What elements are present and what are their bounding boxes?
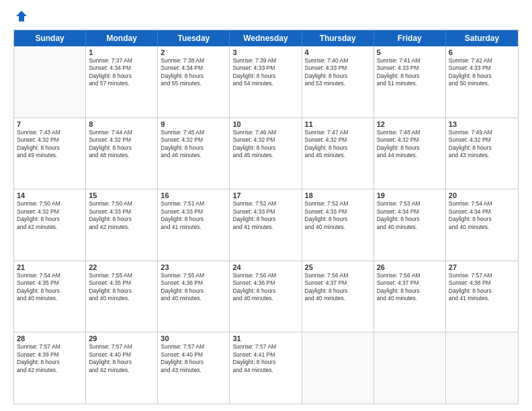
day-info: Sunrise: 7:55 AM Sunset: 4:35 PM Dayligh… — [89, 272, 154, 303]
day-number: 30 — [161, 334, 226, 342]
day-number: 6 — [449, 48, 515, 56]
calendar-cell — [302, 332, 374, 404]
calendar-row: 28Sunrise: 7:57 AM Sunset: 4:39 PM Dayli… — [14, 332, 518, 404]
day-number: 11 — [305, 120, 371, 128]
day-info: Sunrise: 7:57 AM Sunset: 4:41 PM Dayligh… — [232, 343, 298, 374]
header-day: Tuesday — [158, 30, 230, 46]
day-info: Sunrise: 7:40 AM Sunset: 4:33 PM Dayligh… — [305, 57, 371, 88]
day-number: 4 — [305, 48, 371, 56]
day-number: 7 — [17, 120, 83, 128]
day-info: Sunrise: 7:56 AM Sunset: 4:37 PM Dayligh… — [305, 272, 371, 303]
day-info: Sunrise: 7:56 AM Sunset: 4:37 PM Dayligh… — [377, 272, 443, 303]
calendar-cell: 15Sunrise: 7:50 AM Sunset: 4:33 PM Dayli… — [86, 189, 158, 261]
calendar-cell: 13Sunrise: 7:49 AM Sunset: 4:32 PM Dayli… — [446, 118, 518, 189]
calendar-cell: 28Sunrise: 7:57 AM Sunset: 4:39 PM Dayli… — [14, 332, 86, 404]
logo — [13, 11, 28, 24]
calendar-row: 14Sunrise: 7:50 AM Sunset: 4:32 PM Dayli… — [14, 189, 518, 261]
calendar-cell: 24Sunrise: 7:56 AM Sunset: 4:36 PM Dayli… — [230, 261, 302, 332]
day-info: Sunrise: 7:50 AM Sunset: 4:33 PM Dayligh… — [89, 200, 154, 231]
calendar-cell: 23Sunrise: 7:55 AM Sunset: 4:36 PM Dayli… — [158, 261, 230, 332]
calendar-cell: 17Sunrise: 7:52 AM Sunset: 4:33 PM Dayli… — [230, 189, 302, 261]
day-number: 28 — [17, 334, 83, 342]
calendar-cell: 8Sunrise: 7:44 AM Sunset: 4:32 PM Daylig… — [86, 118, 158, 189]
calendar-cell: 18Sunrise: 7:52 AM Sunset: 4:33 PM Dayli… — [302, 189, 374, 261]
calendar-row: 21Sunrise: 7:54 AM Sunset: 4:35 PM Dayli… — [14, 261, 518, 333]
day-info: Sunrise: 7:53 AM Sunset: 4:34 PM Dayligh… — [377, 200, 443, 231]
day-number: 27 — [449, 263, 515, 271]
day-info: Sunrise: 7:52 AM Sunset: 4:33 PM Dayligh… — [305, 200, 371, 231]
day-info: Sunrise: 7:57 AM Sunset: 4:38 PM Dayligh… — [449, 272, 515, 303]
day-number: 17 — [232, 191, 298, 199]
header-day: Saturday — [446, 30, 518, 46]
day-info: Sunrise: 7:54 AM Sunset: 4:35 PM Dayligh… — [17, 272, 83, 303]
day-info: Sunrise: 7:49 AM Sunset: 4:32 PM Dayligh… — [449, 129, 515, 160]
calendar-cell: 9Sunrise: 7:45 AM Sunset: 4:32 PM Daylig… — [158, 118, 230, 189]
day-number: 13 — [449, 120, 515, 128]
day-number: 18 — [305, 191, 371, 199]
page: SundayMondayTuesdayWednesdayThursdayFrid… — [0, 0, 532, 411]
calendar-cell: 29Sunrise: 7:57 AM Sunset: 4:40 PM Dayli… — [86, 332, 158, 404]
calendar-cell: 20Sunrise: 7:54 AM Sunset: 4:34 PM Dayli… — [446, 189, 518, 261]
day-info: Sunrise: 7:50 AM Sunset: 4:32 PM Dayligh… — [17, 200, 83, 231]
day-info: Sunrise: 7:55 AM Sunset: 4:36 PM Dayligh… — [161, 272, 226, 303]
day-number: 16 — [161, 191, 226, 199]
day-number: 22 — [89, 263, 154, 271]
day-number: 5 — [377, 48, 443, 56]
calendar-cell — [14, 46, 86, 118]
calendar-cell: 16Sunrise: 7:51 AM Sunset: 4:33 PM Dayli… — [158, 189, 230, 261]
day-number: 10 — [232, 120, 298, 128]
day-info: Sunrise: 7:42 AM Sunset: 4:33 PM Dayligh… — [449, 57, 515, 88]
header-day: Monday — [86, 30, 158, 46]
calendar-cell: 22Sunrise: 7:55 AM Sunset: 4:35 PM Dayli… — [86, 261, 158, 332]
day-info: Sunrise: 7:52 AM Sunset: 4:33 PM Dayligh… — [232, 200, 298, 231]
calendar: SundayMondayTuesdayWednesdayThursdayFrid… — [13, 30, 519, 404]
header-day: Friday — [374, 30, 446, 46]
day-info: Sunrise: 7:54 AM Sunset: 4:34 PM Dayligh… — [449, 200, 515, 231]
day-number: 15 — [89, 191, 154, 199]
calendar-cell: 11Sunrise: 7:47 AM Sunset: 4:32 PM Dayli… — [302, 118, 374, 189]
calendar-cell: 21Sunrise: 7:54 AM Sunset: 4:35 PM Dayli… — [14, 261, 86, 332]
calendar-header: SundayMondayTuesdayWednesdayThursdayFrid… — [14, 30, 518, 46]
svg-marker-0 — [16, 11, 27, 21]
calendar-cell: 4Sunrise: 7:40 AM Sunset: 4:33 PM Daylig… — [302, 46, 374, 118]
day-info: Sunrise: 7:57 AM Sunset: 4:40 PM Dayligh… — [161, 343, 226, 374]
calendar-row: 1Sunrise: 7:37 AM Sunset: 4:34 PM Daylig… — [14, 46, 518, 118]
day-info: Sunrise: 7:46 AM Sunset: 4:32 PM Dayligh… — [232, 129, 298, 160]
logo-icon — [15, 9, 28, 23]
day-info: Sunrise: 7:48 AM Sunset: 4:32 PM Dayligh… — [377, 129, 443, 160]
day-info: Sunrise: 7:57 AM Sunset: 4:39 PM Dayligh… — [17, 343, 83, 374]
day-info: Sunrise: 7:51 AM Sunset: 4:33 PM Dayligh… — [161, 200, 226, 231]
day-info: Sunrise: 7:47 AM Sunset: 4:32 PM Dayligh… — [305, 129, 371, 160]
day-number: 20 — [449, 191, 515, 199]
calendar-cell: 26Sunrise: 7:56 AM Sunset: 4:37 PM Dayli… — [374, 261, 446, 332]
day-number: 14 — [17, 191, 83, 199]
calendar-cell: 2Sunrise: 7:38 AM Sunset: 4:34 PM Daylig… — [158, 46, 230, 118]
calendar-cell: 5Sunrise: 7:41 AM Sunset: 4:33 PM Daylig… — [374, 46, 446, 118]
calendar-cell: 25Sunrise: 7:56 AM Sunset: 4:37 PM Dayli… — [302, 261, 374, 332]
day-info: Sunrise: 7:43 AM Sunset: 4:32 PM Dayligh… — [17, 129, 83, 160]
day-number: 12 — [377, 120, 443, 128]
day-number: 19 — [377, 191, 443, 199]
day-number: 29 — [89, 334, 154, 342]
day-info: Sunrise: 7:37 AM Sunset: 4:34 PM Dayligh… — [89, 57, 154, 88]
calendar-cell: 31Sunrise: 7:57 AM Sunset: 4:41 PM Dayli… — [230, 332, 302, 404]
calendar-body: 1Sunrise: 7:37 AM Sunset: 4:34 PM Daylig… — [14, 46, 518, 404]
calendar-cell: 10Sunrise: 7:46 AM Sunset: 4:32 PM Dayli… — [230, 118, 302, 189]
day-info: Sunrise: 7:56 AM Sunset: 4:36 PM Dayligh… — [232, 272, 298, 303]
calendar-cell: 3Sunrise: 7:39 AM Sunset: 4:33 PM Daylig… — [230, 46, 302, 118]
day-number: 9 — [161, 120, 226, 128]
day-info: Sunrise: 7:57 AM Sunset: 4:40 PM Dayligh… — [89, 343, 154, 374]
day-number: 25 — [305, 263, 371, 271]
header — [13, 11, 519, 24]
day-number: 31 — [232, 334, 298, 342]
day-number: 21 — [17, 263, 83, 271]
calendar-cell: 6Sunrise: 7:42 AM Sunset: 4:33 PM Daylig… — [446, 46, 518, 118]
header-day: Thursday — [302, 30, 374, 46]
day-info: Sunrise: 7:39 AM Sunset: 4:33 PM Dayligh… — [232, 57, 298, 88]
day-number: 2 — [161, 48, 226, 56]
day-number: 1 — [89, 48, 154, 56]
header-day: Sunday — [14, 30, 86, 46]
calendar-cell — [374, 332, 446, 404]
header-day: Wednesday — [230, 30, 302, 46]
calendar-row: 7Sunrise: 7:43 AM Sunset: 4:32 PM Daylig… — [14, 118, 518, 190]
